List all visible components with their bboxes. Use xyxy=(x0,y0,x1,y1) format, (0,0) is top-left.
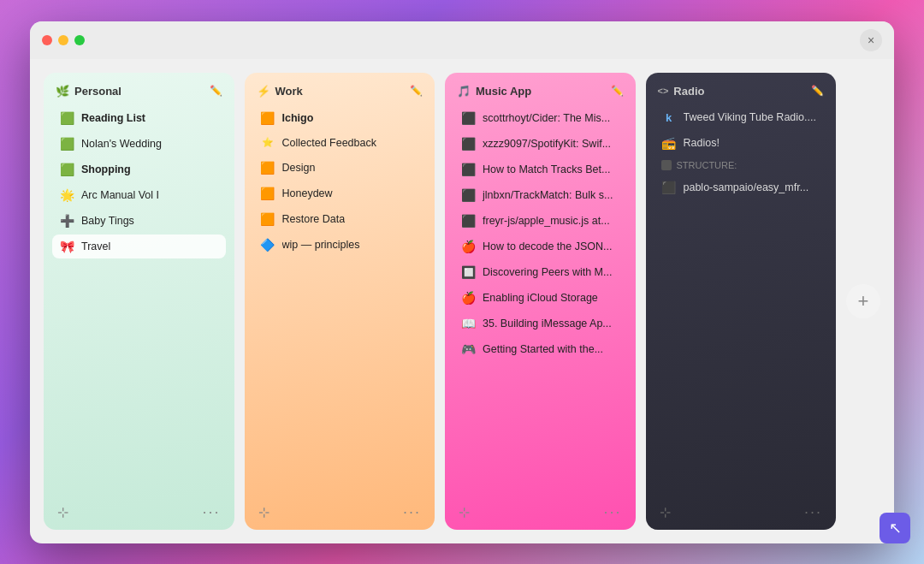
titlebar: × xyxy=(30,21,894,59)
list-item[interactable]: ⬛ xzzz9097/SpotifyKit: Swif... xyxy=(453,132,627,156)
column-radio-header: <> Radio ✏️ xyxy=(654,85,828,98)
item-label: scottrhoyt/Cider: The Mis... xyxy=(483,112,610,124)
column-music: 🎵 Music App ✏️ ⬛ scottrhoyt/Cider: The M… xyxy=(445,73,636,530)
item-label: Nolan's Wedding xyxy=(81,138,162,150)
github-icon: ⬛ xyxy=(460,137,476,151)
item-label: How to decode the JSON... xyxy=(483,240,612,252)
list-item[interactable]: 🟧 Design xyxy=(253,156,427,180)
more-icon[interactable]: ··· xyxy=(202,503,220,521)
list-item[interactable]: 🔲 Discovering Peers with M... xyxy=(453,260,627,284)
item-label: Arc Manual Vol I xyxy=(81,189,159,201)
radio-item-list: k Tweed Viking Tube Radio.... 📻 Radios! … xyxy=(654,106,828,496)
item-label: How to Match Tracks Bet... xyxy=(483,163,610,175)
minimize-traffic-light[interactable] xyxy=(58,35,68,45)
item-label: Honeydew xyxy=(282,187,333,199)
item-icon: 🟧 xyxy=(260,111,275,125)
list-item[interactable]: 🟧 Restore Data xyxy=(253,207,427,231)
list-item[interactable]: 🟧 Ichigo xyxy=(253,106,427,130)
list-item[interactable]: 🔷 wip — principles xyxy=(253,233,427,257)
list-item[interactable]: 🟩 Shopping xyxy=(52,157,226,181)
video-icon: ⬛ xyxy=(460,163,476,176)
github-icon: ⬛ xyxy=(661,181,677,194)
radio-footer: ⊹ ··· xyxy=(654,500,828,521)
item-icon: 🟧 xyxy=(260,161,275,175)
add-column-button[interactable]: + xyxy=(846,284,880,318)
apple-icon: 🍎 xyxy=(460,291,476,305)
music-item-list: ⬛ scottrhoyt/Cider: The Mis... ⬛ xzzz909… xyxy=(453,106,627,496)
item-icon: ➕ xyxy=(59,214,74,228)
cursor-icon: ↖ xyxy=(889,519,902,537)
column-radio: <> Radio ✏️ k Tweed Viking Tube Radio...… xyxy=(646,73,837,530)
page-icon: 🔲 xyxy=(460,265,476,279)
close-traffic-light[interactable] xyxy=(42,35,52,45)
github-icon: ⬛ xyxy=(460,188,476,202)
list-item[interactable]: 🍎 How to decode the JSON... xyxy=(453,235,627,258)
radio-title: Radio xyxy=(673,85,704,98)
item-label: Collected Feedback xyxy=(282,137,376,149)
list-item[interactable]: k Tweed Viking Tube Radio.... xyxy=(654,106,828,129)
list-item[interactable]: ⬛ scottrhoyt/Cider: The Mis... xyxy=(453,106,627,130)
column-music-header: 🎵 Music App ✏️ xyxy=(453,85,627,98)
radio-edit-icon[interactable]: ✏️ xyxy=(811,85,824,97)
list-item[interactable]: 🍎 Enabling iCloud Storage xyxy=(453,286,627,310)
more-icon[interactable]: ··· xyxy=(403,503,421,521)
content-area: 🌿 Personal ✏️ 🟩 Reading List 🟩 Nolan's W… xyxy=(30,59,894,543)
item-label: xzzz9097/SpotifyKit: Swif... xyxy=(483,138,611,150)
column-personal-header: 🌿 Personal ✏️ xyxy=(52,85,226,98)
move-icon[interactable]: ⊹ xyxy=(57,504,68,520)
structure-dot xyxy=(661,160,672,170)
work-footer: ⊹ ··· xyxy=(253,500,427,521)
personal-icon: 🌿 xyxy=(56,85,69,98)
radio-code-icon: <> xyxy=(658,86,669,96)
work-title: Work xyxy=(275,85,303,98)
work-edit-icon[interactable]: ✏️ xyxy=(410,85,423,97)
list-item[interactable]: ⬛ jlnbxn/TrackMatch: Bulk s... xyxy=(453,183,627,207)
list-item[interactable]: ⭐ Collected Feedback xyxy=(253,132,427,154)
item-icon: 🌟 xyxy=(59,188,74,202)
list-item[interactable]: ⬛ pablo-sampaio/easy_mfr... xyxy=(654,175,828,199)
list-item[interactable]: 📻 Radios! xyxy=(654,131,828,155)
list-item[interactable]: 🎀 Travel xyxy=(52,235,226,258)
item-icon: 🟧 xyxy=(260,212,275,226)
more-icon[interactable]: ··· xyxy=(603,503,621,521)
item-label: Radios! xyxy=(684,137,720,149)
apple-icon: 🍎 xyxy=(460,240,476,253)
main-window: × 🌿 Personal ✏️ 🟩 Reading List 🟩 Nolan's… xyxy=(30,21,894,543)
list-item[interactable]: 📖 35. Building iMessage Ap... xyxy=(453,312,627,335)
work-icon: ⚡ xyxy=(257,85,270,98)
radio-icon: 📻 xyxy=(661,136,677,150)
k-icon: k xyxy=(661,111,677,124)
item-label: jlnbxn/TrackMatch: Bulk s... xyxy=(483,189,613,201)
list-item[interactable]: ⬛ freyr-js/apple_music.js at... xyxy=(453,209,627,233)
close-button[interactable]: × xyxy=(860,29,882,51)
move-icon[interactable]: ⊹ xyxy=(660,504,671,520)
traffic-lights xyxy=(42,35,85,45)
list-item[interactable]: 🟩 Reading List xyxy=(52,106,226,130)
item-icon: 🟩 xyxy=(59,111,74,125)
item-label: Shopping xyxy=(81,163,131,175)
item-icon: 🟩 xyxy=(59,137,74,151)
structure-label: STRUCTURE: xyxy=(654,157,828,174)
item-label: Getting Started with the... xyxy=(483,343,603,355)
item-label: freyr-js/apple_music.js at... xyxy=(483,215,610,227)
item-icon: 🟩 xyxy=(59,163,74,176)
column-work-header: ⚡ Work ✏️ xyxy=(253,85,427,98)
item-label: pablo-sampaio/easy_mfr... xyxy=(684,181,809,193)
personal-edit-icon[interactable]: ✏️ xyxy=(210,85,222,97)
move-icon[interactable]: ⊹ xyxy=(459,504,470,520)
music-edit-icon[interactable]: ✏️ xyxy=(611,85,624,97)
list-item[interactable]: 🟧 Honeydew xyxy=(253,181,427,205)
item-label: Discovering Peers with M... xyxy=(483,266,612,278)
maximize-traffic-light[interactable] xyxy=(74,35,85,45)
item-label: Tweed Viking Tube Radio.... xyxy=(684,111,816,123)
cursor-button[interactable]: ↖ xyxy=(880,513,910,543)
list-item[interactable]: 🌟 Arc Manual Vol I xyxy=(52,183,226,207)
list-item[interactable]: ➕ Baby Tings xyxy=(52,209,226,233)
item-icon: 🎀 xyxy=(59,240,74,253)
list-item[interactable]: 🟩 Nolan's Wedding xyxy=(52,132,226,156)
list-item[interactable]: 🎮 Getting Started with the... xyxy=(453,337,627,361)
move-icon[interactable]: ⊹ xyxy=(258,504,270,520)
list-item[interactable]: ⬛ How to Match Tracks Bet... xyxy=(453,157,627,181)
column-personal: 🌿 Personal ✏️ 🟩 Reading List 🟩 Nolan's W… xyxy=(44,73,234,530)
more-icon[interactable]: ··· xyxy=(804,503,822,521)
